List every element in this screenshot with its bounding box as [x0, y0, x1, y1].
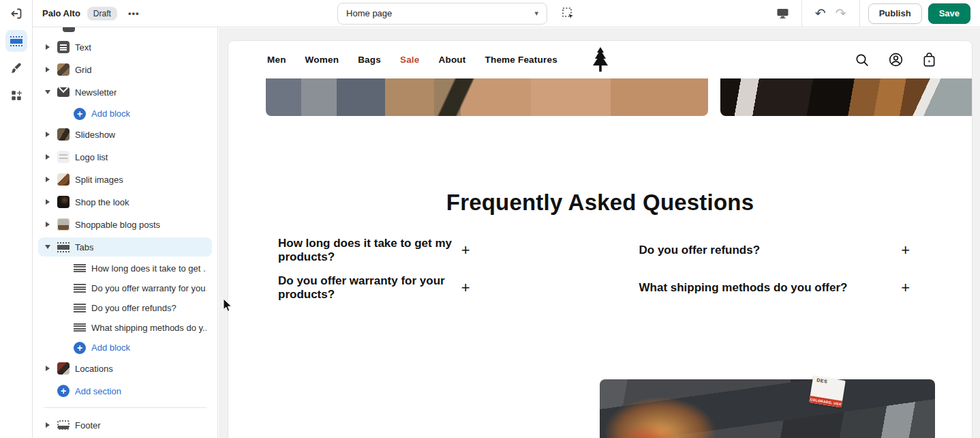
- store-hanging-sign: DES COLORADO, USA: [809, 375, 846, 407]
- sidebar-section-tabs[interactable]: Tabs: [38, 237, 212, 257]
- hero-image-right[interactable]: [720, 78, 972, 116]
- nav-link-women[interactable]: Women: [305, 55, 339, 65]
- hero-image-left[interactable]: [266, 78, 708, 116]
- theme-settings-icon: [10, 62, 22, 74]
- nav-link-men[interactable]: Men: [267, 55, 286, 65]
- rail-apps-button[interactable]: [5, 85, 27, 106]
- sidebar-block-how-long-does-it-take-to-get[interactable]: How long does it take to get ...: [68, 260, 212, 277]
- left-icon-rail: [0, 0, 33, 438]
- plus-icon: +: [57, 385, 70, 397]
- theme-name: Palo Alto: [42, 8, 80, 18]
- chevron-collapsed-icon[interactable]: [44, 154, 52, 160]
- label: What shipping methods do y...: [91, 323, 206, 333]
- sidebar-section-newsletter[interactable]: Newsletter: [38, 83, 212, 102]
- label: Newsletter: [75, 87, 117, 98]
- faq-question: Do you offer refunds?: [639, 244, 761, 257]
- save-button[interactable]: Save: [928, 3, 970, 24]
- account-icon[interactable]: [888, 52, 904, 68]
- faq-item-what-shipping-methods-do-you-offer[interactable]: What shipping methods do you offer?+: [639, 276, 919, 299]
- faq-grid: How long does it take to get my products…: [278, 239, 918, 299]
- sidebar-section-shop-the-look[interactable]: Shop the look: [38, 192, 212, 211]
- sidebar-section-split-images[interactable]: Split images: [38, 170, 212, 189]
- plus-toggle-icon[interactable]: +: [461, 279, 470, 297]
- label: Grid: [75, 65, 92, 75]
- chevron-collapsed-icon[interactable]: [44, 222, 52, 227]
- grid-icon: [57, 63, 70, 76]
- storefront-preview[interactable]: MenWomenBagsSaleAboutTheme Features: [228, 41, 972, 438]
- sidebar-block-do-you-offer-warranty-for-you[interactable]: Do you offer warranty for you...: [68, 280, 212, 297]
- sidebar-section-grid[interactable]: Grid: [38, 60, 212, 79]
- search-icon[interactable]: [855, 53, 870, 68]
- plus-toggle-icon[interactable]: +: [901, 242, 910, 259]
- publish-button[interactable]: Publish: [868, 3, 922, 24]
- inspect-element-button[interactable]: [558, 3, 579, 24]
- tabs-icon: [57, 242, 70, 252]
- page-selector-dropdown[interactable]: Home page ▾: [337, 3, 547, 25]
- sidebar-section-locations[interactable]: Locations: [38, 359, 212, 378]
- chevron-collapsed-icon[interactable]: [44, 132, 52, 137]
- chevron-expanded-icon[interactable]: [44, 245, 52, 249]
- footer-icon: [57, 420, 70, 430]
- plus-icon: +: [74, 342, 86, 354]
- split-images-icon: [57, 173, 70, 186]
- nav-link-bags[interactable]: Bags: [358, 55, 381, 65]
- text-block-icon: [74, 264, 86, 273]
- label: Add block: [91, 108, 130, 119]
- storefront-photo[interactable]: DES COLORADO, USA: [600, 379, 935, 438]
- redo-button[interactable]: ↷: [831, 3, 851, 24]
- label: Do you offer refunds?: [91, 303, 177, 313]
- add-block-button[interactable]: +Add block: [68, 339, 212, 356]
- thumbnail-icon: [63, 27, 75, 32]
- sidebar-block-what-shipping-methods-do-y[interactable]: What shipping methods do y...: [68, 319, 212, 336]
- rail-sections-button[interactable]: [5, 30, 27, 52]
- plus-toggle-icon[interactable]: +: [901, 279, 910, 297]
- desktop-icon: [776, 8, 789, 19]
- plus-toggle-icon[interactable]: +: [461, 242, 470, 259]
- faq-item-do-you-offer-refunds[interactable]: Do you offer refunds?+: [639, 239, 919, 261]
- label: Add block: [91, 342, 130, 353]
- sidebar-divider: [44, 407, 206, 408]
- device-preview-button[interactable]: [773, 3, 793, 24]
- sidebar-section-text[interactable]: Text: [38, 38, 212, 57]
- cart-bag-icon[interactable]: [922, 52, 936, 68]
- chevron-collapsed-icon[interactable]: [44, 67, 52, 72]
- rail-theme-settings-button[interactable]: [5, 57, 27, 79]
- sidebar-section-partial[interactable]: [38, 27, 212, 32]
- newsletter-icon: [57, 87, 70, 97]
- sidebar-section-slideshow[interactable]: Slideshow: [38, 125, 212, 144]
- chevron-collapsed-icon[interactable]: [44, 199, 52, 205]
- store-logo-tree-icon[interactable]: [590, 47, 611, 72]
- sidebar-section-shoppable-blog-posts[interactable]: Shoppable blog posts: [38, 215, 212, 234]
- label: Add section: [75, 386, 121, 396]
- exit-icon: [10, 7, 23, 20]
- chevron-collapsed-icon[interactable]: [44, 366, 52, 371]
- sidebar-section-logo-list[interactable]: Logo list: [38, 147, 212, 166]
- undo-button[interactable]: ↶: [810, 3, 831, 24]
- sidebar-items: TextGridNewsletter+Add blockSlideshowLog…: [33, 27, 217, 438]
- chevron-collapsed-icon[interactable]: [44, 177, 52, 182]
- faq-item-how-long-does-it-take-to-get-my-products[interactable]: How long does it take to get my products…: [278, 239, 557, 261]
- label: How long does it take to get ...: [91, 263, 206, 274]
- chevron-collapsed-icon[interactable]: [44, 44, 52, 50]
- nav-link-about[interactable]: About: [439, 55, 466, 65]
- sidebar-block-do-you-offer-refunds[interactable]: Do you offer refunds?: [68, 300, 212, 317]
- add-section-button[interactable]: +Add section: [52, 381, 212, 400]
- text-block-icon: [74, 323, 86, 332]
- faq-item-do-you-offer-warranty-for-your-products[interactable]: Do you offer warranty for your products?…: [278, 276, 557, 299]
- more-actions-button[interactable]: •••: [124, 5, 144, 21]
- element-picker-icon: [562, 7, 575, 20]
- text-icon: [57, 41, 70, 53]
- label: Tabs: [75, 242, 93, 252]
- exit-editor-button[interactable]: [5, 3, 27, 25]
- chevron-expanded-icon[interactable]: [44, 90, 52, 94]
- label: Logo list: [75, 152, 108, 162]
- topbar-divider: [859, 0, 860, 27]
- add-block-button[interactable]: +Add block: [68, 105, 212, 122]
- sidebar-section-footer[interactable]: Footer: [38, 415, 212, 435]
- chevron-collapsed-icon[interactable]: [44, 422, 52, 428]
- nav-link-sale[interactable]: Sale: [400, 55, 420, 65]
- slideshow-icon: [57, 128, 70, 141]
- sections-sidebar: TextGridNewsletter+Add blockSlideshowLog…: [33, 27, 218, 438]
- text-block-icon: [74, 304, 86, 312]
- nav-link-theme-features[interactable]: Theme Features: [485, 55, 557, 65]
